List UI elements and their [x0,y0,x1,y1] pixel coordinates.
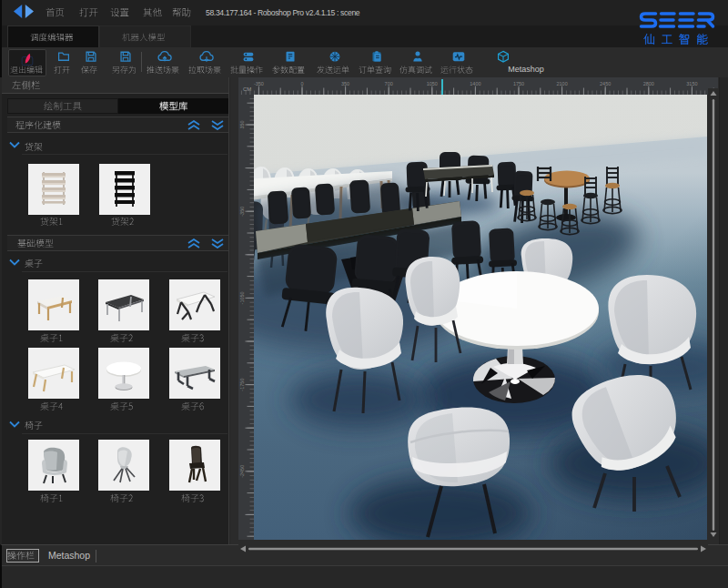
svg-text:1750: 1750 [513,81,524,86]
svg-text:350: 350 [239,120,245,128]
svg-text:1400: 1400 [470,81,480,86]
svg-text:1050: 1050 [427,81,438,86]
svg-text:-1050: -1050 [239,291,245,304]
svg-text:0: 0 [300,81,303,86]
svg-text:3150: 3150 [686,81,697,86]
svg-text:700: 700 [385,81,393,86]
svg-text:350: 350 [341,81,349,86]
svg-text:-350: -350 [239,207,245,217]
svg-text:2100: 2100 [556,81,567,86]
svg-text:-350: -350 [254,81,264,86]
svg-text:-1750: -1750 [239,379,245,391]
svg-text:2450: 2450 [600,81,611,86]
svg-text:-2450: -2450 [239,465,245,478]
svg-text:2800: 2800 [643,81,654,86]
